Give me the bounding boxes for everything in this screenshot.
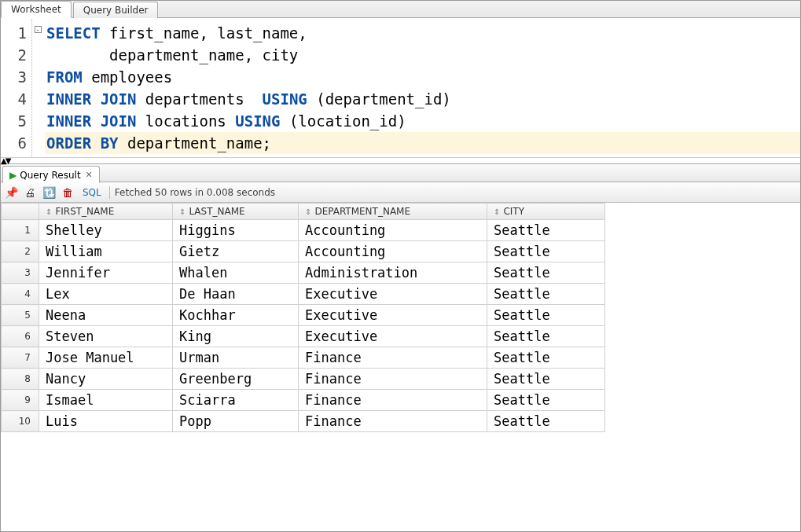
- cell[interactable]: Greenberg: [173, 369, 299, 390]
- cell[interactable]: Accounting: [299, 220, 487, 241]
- editor-tabstrip: WorksheetQuery Builder: [1, 1, 800, 18]
- line-gutter: 123456: [1, 19, 32, 157]
- table-row[interactable]: 4LexDe HaanExecutiveSeattle: [2, 284, 605, 305]
- sql-editor[interactable]: 123456 - SELECT first_name, last_name, d…: [1, 18, 800, 157]
- table-row[interactable]: 9IsmaelSciarraFinanceSeattle: [2, 390, 605, 411]
- cell[interactable]: Seattle: [487, 305, 605, 326]
- result-grid: ⇕FIRST_NAME⇕LAST_NAME⇕DEPARTMENT_NAME⇕CI…: [1, 203, 605, 432]
- clear-icon[interactable]: 🗑: [61, 185, 75, 200]
- cell[interactable]: Seattle: [487, 326, 605, 347]
- cell[interactable]: Executive: [299, 284, 487, 305]
- cell[interactable]: Seattle: [487, 369, 605, 390]
- sort-icon: ⇕: [179, 207, 186, 216]
- cell[interactable]: Luis: [39, 411, 173, 432]
- cell[interactable]: Neena: [39, 305, 173, 326]
- cell[interactable]: Administration: [299, 262, 487, 284]
- cell[interactable]: Seattle: [487, 390, 605, 411]
- row-number: 9: [2, 390, 39, 411]
- tab-worksheet[interactable]: Worksheet: [1, 1, 72, 18]
- result-toolbar: 📌 🖨 🔃 🗑 SQL Fetched 50 rows in 0.008 sec…: [1, 182, 800, 203]
- table-row[interactable]: 6StevenKingExecutiveSeattle: [2, 326, 605, 347]
- table-row[interactable]: 10LuisPoppFinanceSeattle: [2, 411, 605, 432]
- cell[interactable]: Jose Manuel: [39, 347, 173, 369]
- code-area[interactable]: SELECT first_name, last_name, department…: [43, 19, 800, 157]
- table-row[interactable]: 5NeenaKochharExecutiveSeattle: [2, 305, 605, 326]
- refresh-icon[interactable]: 🔃: [42, 185, 56, 200]
- cell[interactable]: William: [39, 241, 173, 262]
- table-row[interactable]: 2WilliamGietzAccountingSeattle: [2, 241, 605, 262]
- cell[interactable]: Nancy: [39, 369, 173, 390]
- col-department_name[interactable]: ⇕DEPARTMENT_NAME: [299, 204, 487, 220]
- row-number: 6: [2, 326, 39, 347]
- cell[interactable]: Finance: [299, 390, 487, 411]
- splitter-arrows-icon: ▲▼: [1, 156, 9, 165]
- result-tabstrip: ▶ Query Result ✕: [1, 163, 800, 182]
- row-number: 10: [2, 411, 39, 432]
- cell[interactable]: Sciarra: [173, 390, 299, 411]
- row-number: 5: [2, 305, 39, 326]
- table-row[interactable]: 3JenniferWhalenAdministrationSeattle: [2, 262, 605, 284]
- close-icon[interactable]: ✕: [86, 170, 93, 180]
- fold-column: -: [32, 19, 43, 157]
- row-number: 7: [2, 347, 39, 369]
- cell[interactable]: Finance: [299, 411, 487, 432]
- row-number: 1: [2, 220, 39, 241]
- sql-link[interactable]: SQL: [83, 187, 101, 198]
- cell[interactable]: De Haan: [173, 284, 299, 305]
- toolbar-divider: [109, 186, 110, 199]
- table-row[interactable]: 8NancyGreenbergFinanceSeattle: [2, 369, 605, 390]
- fold-toggle-icon[interactable]: -: [35, 26, 42, 33]
- cell[interactable]: Higgins: [173, 220, 299, 241]
- run-icon: ▶: [9, 170, 17, 181]
- cell[interactable]: Kochhar: [173, 305, 299, 326]
- cell[interactable]: Seattle: [487, 347, 605, 369]
- sort-icon: ⇕: [305, 207, 311, 216]
- sort-icon: ⇕: [494, 207, 500, 216]
- pin-icon[interactable]: 📌: [4, 185, 18, 200]
- result-grid-wrap[interactable]: ⇕FIRST_NAME⇕LAST_NAME⇕DEPARTMENT_NAME⇕CI…: [1, 203, 800, 432]
- cell[interactable]: Jennifer: [39, 262, 173, 284]
- cell[interactable]: Urman: [173, 347, 299, 369]
- cell[interactable]: Accounting: [299, 241, 487, 262]
- cell[interactable]: Seattle: [487, 241, 605, 262]
- query-result-label: Query Result: [20, 170, 80, 181]
- cell[interactable]: Gietz: [173, 241, 299, 262]
- cell[interactable]: Steven: [39, 326, 173, 347]
- cell[interactable]: Popp: [173, 411, 299, 432]
- col-city[interactable]: ⇕CITY: [487, 204, 605, 220]
- row-number: 3: [2, 262, 39, 284]
- cell[interactable]: Lex: [39, 284, 173, 305]
- cell[interactable]: Seattle: [487, 284, 605, 305]
- table-row[interactable]: 1ShelleyHigginsAccountingSeattle: [2, 220, 605, 241]
- row-number: 4: [2, 284, 39, 305]
- cell[interactable]: Seattle: [487, 220, 605, 241]
- cell[interactable]: Ismael: [39, 390, 173, 411]
- cell[interactable]: Finance: [299, 347, 487, 369]
- row-header-blank: [2, 204, 39, 220]
- table-row[interactable]: 7Jose ManuelUrmanFinanceSeattle: [2, 347, 605, 369]
- col-first_name[interactable]: ⇕FIRST_NAME: [39, 204, 173, 220]
- cell[interactable]: Executive: [299, 326, 487, 347]
- cell[interactable]: Finance: [299, 369, 487, 390]
- cell[interactable]: Shelley: [39, 220, 173, 241]
- cell[interactable]: Executive: [299, 305, 487, 326]
- row-number: 2: [2, 241, 39, 262]
- col-last_name[interactable]: ⇕LAST_NAME: [173, 204, 299, 220]
- cell[interactable]: Seattle: [487, 411, 605, 432]
- sort-icon: ⇕: [46, 207, 52, 216]
- row-number: 8: [2, 369, 39, 390]
- splitter[interactable]: ▲▼: [1, 157, 800, 163]
- cell[interactable]: King: [173, 326, 299, 347]
- tab-query-builder[interactable]: Query Builder: [73, 2, 159, 18]
- cell[interactable]: Seattle: [487, 262, 605, 284]
- print-icon[interactable]: 🖨: [23, 185, 37, 200]
- status-text: Fetched 50 rows in 0.008 seconds: [115, 187, 275, 198]
- tab-query-result[interactable]: ▶ Query Result ✕: [2, 166, 100, 183]
- cell[interactable]: Whalen: [173, 262, 299, 284]
